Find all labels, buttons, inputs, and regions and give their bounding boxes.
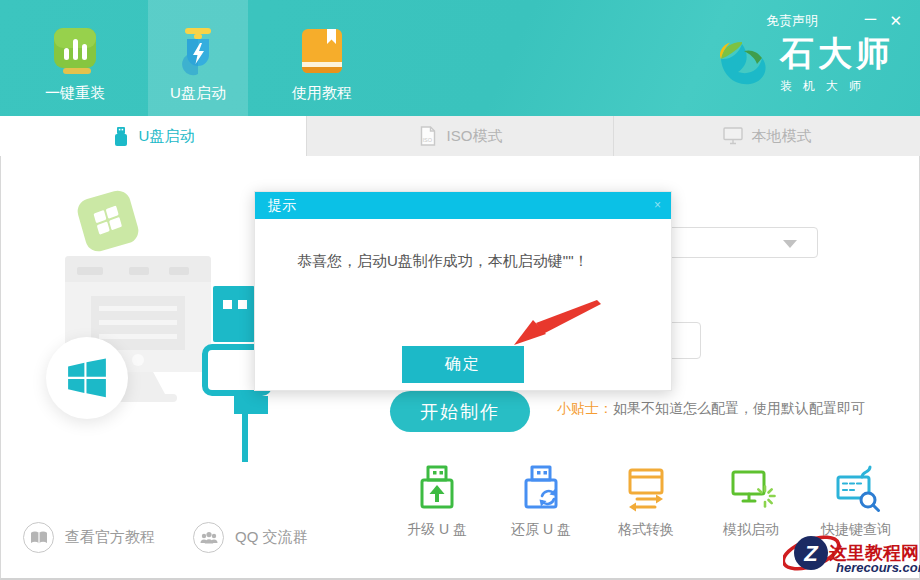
format-convert-icon [621, 464, 671, 512]
nav-item-reinstall[interactable]: 一键重装 [28, 0, 122, 116]
monitor-icon [723, 127, 743, 145]
tool-upgrade-usb[interactable]: 升级 U 盘 [385, 464, 489, 539]
tool-format-convert[interactable]: 格式转换 [594, 464, 698, 539]
close-button[interactable]: ✕ [889, 12, 902, 30]
footer-link-label: QQ 交流群 [235, 528, 308, 547]
brand-logo-icon [714, 36, 770, 94]
prompt-dialog: 提示 × 恭喜您，启动U盘制作成功，本机启动键""！ 确定 [254, 191, 672, 391]
nav-item-tutorial[interactable]: 使用教程 [272, 0, 372, 116]
app-window: 一键重装 U盘启动 使用教程 免责声明 ─ ✕ [0, 0, 920, 580]
nav-item-usb-boot[interactable]: U盘启动 [148, 0, 248, 116]
tab-label: ISO模式 [447, 127, 503, 146]
usb-restore-icon [516, 464, 566, 512]
usb-upgrade-icon [412, 464, 462, 512]
header: 一键重装 U盘启动 使用教程 免责声明 ─ ✕ [0, 0, 920, 116]
main-content: 开始制作 小贴士：如果不知道怎么配置，使用默认配置即可 升级 U 盘 [0, 156, 920, 580]
dialog-titlebar: 提示 × [255, 192, 671, 219]
tip-text: 小贴士：如果不知道怎么配置，使用默认配置即可 [557, 400, 865, 418]
tab-iso-mode[interactable]: ISO ISO模式 [306, 116, 613, 156]
tab-label: 本地模式 [752, 127, 812, 146]
iso-file-icon: ISO [418, 126, 438, 146]
chevron-down-icon [783, 240, 797, 248]
hotkey-query-icon [831, 464, 881, 512]
tab-local-mode[interactable]: 本地模式 [613, 116, 920, 156]
disclaimer-link[interactable]: 免责声明 [766, 12, 818, 30]
watermark-letter: Z [803, 541, 819, 566]
qq-group-link[interactable]: QQ 交流群 [193, 522, 308, 553]
usb-cable-illustration [242, 414, 248, 462]
usb-boot-icon [174, 26, 222, 76]
nav-item-label: 使用教程 [292, 84, 352, 103]
windows-tile-icon [75, 188, 142, 255]
tool-label: 模拟启动 [723, 521, 779, 539]
svg-text:ISO: ISO [422, 137, 432, 143]
brand-name: 石大师 [780, 36, 894, 70]
site-watermark: Z 这里教程网 herecours.com [783, 520, 920, 580]
simulate-boot-icon [726, 464, 776, 512]
reinstall-icon [51, 26, 99, 76]
tab-usb-boot[interactable]: U盘启动 [0, 116, 306, 156]
watermark-domain: herecours.com [836, 560, 920, 575]
tool-label: 格式转换 [618, 521, 674, 539]
minimize-button[interactable]: ─ [865, 12, 876, 25]
tab-label: U盘启动 [139, 127, 195, 146]
footer-link-label: 查看官方教程 [65, 528, 155, 547]
windows-logo-badge [46, 337, 128, 419]
brand-subtitle: 装机大师 [780, 78, 894, 95]
usb-stick-icon [112, 127, 130, 146]
usb-stem-illustration [234, 396, 268, 414]
official-tutorial-link[interactable]: 查看官方教程 [23, 522, 155, 553]
start-make-button[interactable]: 开始制作 [390, 391, 530, 432]
ok-button[interactable]: 确定 [402, 346, 524, 383]
tool-label: 升级 U 盘 [407, 521, 467, 539]
dialog-close-icon[interactable]: × [654, 192, 661, 219]
book-icon [23, 522, 54, 553]
mode-tabbar: U盘启动 ISO ISO模式 本地模式 [0, 116, 920, 156]
tool-restore-usb[interactable]: 还原 U 盘 [489, 464, 593, 539]
usb-plug-illustration [213, 286, 255, 342]
nav-item-label: 一键重装 [45, 84, 105, 103]
nav-item-label: U盘启动 [170, 84, 226, 103]
tip-label: 小贴士： [557, 400, 613, 416]
dialog-message: 恭喜您，启动U盘制作成功，本机启动键""！ [297, 252, 588, 271]
brand-logo: 石大师 装机大师 [714, 36, 894, 95]
dialog-title: 提示 [268, 197, 296, 213]
tool-label: 还原 U 盘 [511, 521, 571, 539]
tutorial-icon [298, 26, 346, 76]
windows-flag-icon [66, 357, 108, 399]
people-icon [193, 522, 224, 553]
